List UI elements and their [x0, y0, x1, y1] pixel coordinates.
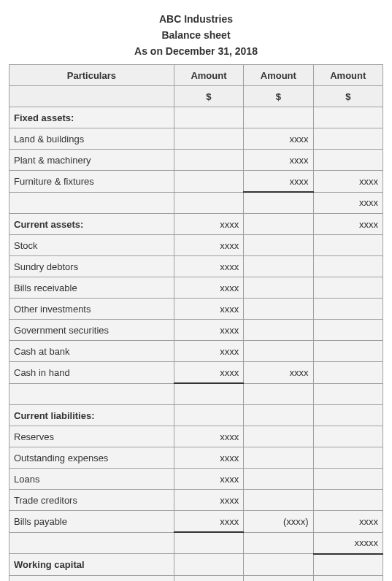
cell: (xxxx): [244, 511, 313, 533]
cell: [9, 192, 174, 214]
table-row: Outstanding expenses xxxx: [9, 447, 383, 469]
section-title: Fixed assets:: [9, 107, 174, 128]
cell: xxxx: [313, 192, 383, 214]
table-row: Furniture & fixtures xxxx xxxx: [9, 171, 383, 193]
cell: [244, 405, 313, 426]
cell: xxxxx: [313, 532, 383, 554]
currency-3: $: [313, 86, 383, 107]
section-current-assets: Current assets: xxxx xxxx: [9, 214, 383, 235]
as-on-date: As on December 31, 2018: [9, 45, 383, 57]
row-label: Loans: [9, 469, 174, 490]
cell: xxxx: [174, 447, 243, 469]
cell: [244, 490, 313, 511]
cell: [244, 426, 313, 447]
col-amount-1: Amount: [174, 65, 243, 86]
cell: [244, 214, 313, 235]
table-row: Cash at bank xxxx: [9, 341, 383, 362]
cell: xxxx: [244, 150, 313, 171]
cell: [174, 405, 243, 426]
cell: [313, 426, 383, 447]
cell: [174, 383, 243, 405]
table-row: Trade creditors xxxx: [9, 490, 383, 511]
table-row: Reserves xxxx: [9, 426, 383, 447]
cell: [244, 320, 313, 341]
table-row: Sundry debtors xxxx: [9, 256, 383, 277]
row-label: Government securities: [9, 320, 174, 341]
section-current-liabilities: Current liabilities:: [9, 405, 383, 426]
cell: xxxx: [244, 171, 313, 193]
table-row: Other investments xxxx: [9, 299, 383, 320]
table-row: Government securities xxxx: [9, 320, 383, 341]
table-row: Plant & machinery xxxx: [9, 150, 383, 171]
cell: [313, 256, 383, 277]
table-row: Cash in hand xxxx xxxx: [9, 362, 383, 384]
currency-blank: [9, 86, 174, 107]
row-label: Cash at bank: [9, 341, 174, 362]
cell: [244, 235, 313, 256]
cell: [313, 299, 383, 320]
currency-2: $: [244, 86, 313, 107]
cell: xxxx: [174, 256, 243, 277]
row-label: Working capital: [9, 554, 174, 576]
row-label: Other investments: [9, 299, 174, 320]
section-title: Current assets:: [9, 214, 174, 235]
section-fixed-assets: Fixed assets:: [9, 107, 383, 128]
row-label: Trade creditors: [9, 490, 174, 511]
table-row: Land & buildings xxxx: [9, 128, 383, 150]
blank-row: [9, 383, 383, 405]
row-label: Stock: [9, 235, 174, 256]
cell: xxxx: [174, 320, 243, 341]
row-label: Cash in hand: [9, 362, 174, 384]
row-label: Reserves: [9, 426, 174, 447]
cell: xxxx: [174, 490, 243, 511]
cell: [174, 192, 243, 214]
cell: xxxx: [174, 299, 243, 320]
cell: [244, 554, 313, 576]
cell: [244, 256, 313, 277]
cell: [174, 107, 243, 128]
cell: [313, 320, 383, 341]
table-row: Loans xxxx: [9, 469, 383, 490]
table-row: Stock xxxx: [9, 235, 383, 256]
table-row: Bills receivable xxxx: [9, 277, 383, 299]
cell: [313, 490, 383, 511]
cell: [313, 554, 383, 576]
cell: xxxx: [174, 214, 243, 235]
cell: xxxx: [244, 128, 313, 150]
cell: [313, 405, 383, 426]
cell: [174, 554, 243, 576]
cell: [244, 383, 313, 405]
table-row: Bills payable xxxx (xxxx) xxxx: [9, 511, 383, 533]
cell: [313, 362, 383, 384]
cell: [174, 575, 243, 581]
cell: xxxx: [174, 341, 243, 362]
cell: xxxx: [174, 362, 243, 384]
cell: [174, 128, 243, 150]
cell: [244, 532, 313, 554]
cell: [313, 235, 383, 256]
row-label: Furniture & fixtures: [9, 171, 174, 193]
cell: [313, 128, 383, 150]
row-label: Sundry debtors: [9, 256, 174, 277]
cell: [244, 192, 313, 214]
currency-1: $: [174, 86, 243, 107]
cell: [244, 341, 313, 362]
cell: [244, 299, 313, 320]
cell: xxxx: [174, 511, 243, 533]
header-row: Particulars Amount Amount Amount: [9, 65, 383, 86]
row-label: Bills receivable: [9, 277, 174, 299]
cell: [244, 447, 313, 469]
col-amount-2: Amount: [244, 65, 313, 86]
cell: [244, 277, 313, 299]
cell: [313, 107, 383, 128]
cell: [313, 575, 383, 581]
cell: [9, 383, 174, 405]
cell: xxxx: [174, 426, 243, 447]
cell: xxxx: [174, 235, 243, 256]
subtotal-row: xxxxx: [9, 532, 383, 554]
cell: [313, 341, 383, 362]
cell: [244, 469, 313, 490]
cell: [313, 447, 383, 469]
cell: [313, 383, 383, 405]
cell: xxxx: [313, 214, 383, 235]
